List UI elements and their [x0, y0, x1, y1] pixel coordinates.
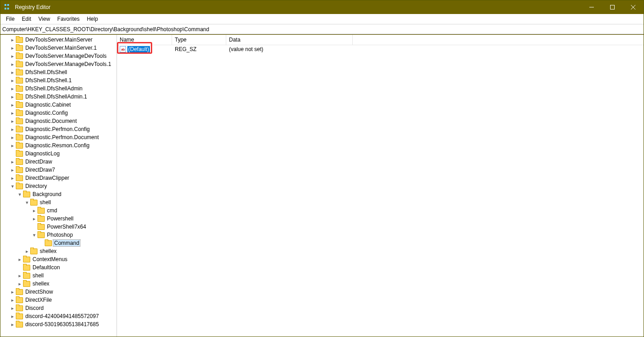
chevron-right-icon[interactable]: ▸	[9, 175, 16, 181]
chevron-right-icon[interactable]: ▸	[9, 102, 16, 108]
value-row[interactable]: ab(Default)REG_SZ(value not set)	[117, 45, 644, 53]
chevron-right-icon[interactable]: ▸	[9, 77, 16, 84]
menu-favorites[interactable]: Favorites	[54, 14, 83, 23]
tree-item[interactable]: ▸DirectDraw	[0, 158, 117, 166]
tree-item[interactable]: ▸DefaultIcon	[0, 263, 117, 271]
folder-icon	[37, 216, 45, 222]
tree-item[interactable]: ▾Directory	[0, 182, 117, 190]
tree-item[interactable]: ▸shellex	[0, 247, 117, 255]
menu-file[interactable]: File	[2, 14, 18, 23]
chevron-right-icon[interactable]: ▸	[31, 207, 37, 214]
chevron-down-icon[interactable]: ▾	[9, 183, 16, 189]
folder-icon	[23, 265, 30, 271]
menu-view[interactable]: View	[35, 14, 54, 23]
chevron-right-icon[interactable]: ▸	[17, 272, 23, 279]
column-header-name[interactable]: Name	[117, 35, 172, 45]
chevron-down-icon[interactable]: ▾	[17, 191, 23, 197]
chevron-right-icon[interactable]: ▸	[9, 313, 16, 319]
tree-item-label: Background	[32, 191, 62, 197]
tree-item[interactable]: ▸DirectXFile	[0, 296, 117, 304]
tree-item[interactable]: ▸DirectDraw7	[0, 166, 117, 174]
menu-edit[interactable]: Edit	[18, 14, 35, 23]
chevron-right-icon[interactable]: ▸	[9, 167, 16, 173]
tree-item[interactable]: ▸DiagnosticLog	[0, 150, 117, 158]
folder-icon	[16, 175, 23, 181]
folder-icon	[16, 143, 23, 149]
chevron-right-icon[interactable]: ▸	[24, 248, 30, 254]
chevron-right-icon[interactable]: ▸	[9, 289, 16, 295]
column-header-type[interactable]: Type	[172, 35, 226, 45]
tree-item[interactable]: ▸Diagnostic.Resmon.Config	[0, 141, 117, 150]
tree-pane[interactable]: ▸DevToolsServer.MainServer▸DevToolsServe…	[0, 35, 117, 337]
folder-icon	[16, 102, 23, 108]
tree-item[interactable]: ▸DevToolsServer.ManageDevTools.1	[0, 60, 117, 68]
tree-item[interactable]: ▾shell	[0, 198, 117, 206]
folder-icon	[16, 151, 23, 157]
chevron-right-icon[interactable]: ▸	[9, 118, 16, 124]
window-title: Registry Editor	[15, 4, 581, 10]
tree-item[interactable]: ▸ContextMenus	[0, 255, 117, 263]
tree-item[interactable]: ▸Discord	[0, 304, 117, 312]
chevron-right-icon[interactable]: ▸	[17, 256, 23, 262]
tree-item-label: Powershell	[46, 215, 75, 222]
tree-item[interactable]: ▸DevToolsServer.MainServer.1	[0, 44, 117, 52]
tree-item[interactable]: ▸Diagnostic.Config	[0, 109, 117, 117]
chevron-right-icon[interactable]: ▸	[9, 61, 16, 67]
close-button[interactable]	[623, 0, 644, 14]
address-bar[interactable]: Computer\HKEY_CLASSES_ROOT\Directory\Bac…	[0, 24, 644, 34]
chevron-right-icon[interactable]: ▸	[9, 94, 16, 100]
chevron-right-icon[interactable]: ▸	[9, 53, 16, 59]
maximize-button[interactable]	[602, 0, 623, 14]
tree-item-label: Diagnostic.Perfmon.Document	[24, 134, 100, 140]
chevron-right-icon[interactable]: ▸	[9, 305, 16, 311]
tree-item[interactable]: ▸discord-424004941485572097	[0, 312, 117, 320]
chevron-down-icon[interactable]: ▾	[31, 232, 37, 238]
tree-item[interactable]: ▸Diagnostic.Perfmon.Config	[0, 125, 117, 133]
values-pane[interactable]: Name Type Data ab(Default)REG_SZ(value n…	[117, 35, 644, 337]
tree-item[interactable]: ▸Diagnostic.Perfmon.Document	[0, 133, 117, 141]
chevron-down-icon[interactable]: ▾	[24, 199, 30, 206]
title-bar[interactable]: Registry Editor	[0, 0, 644, 14]
tree-item[interactable]: ▸DevToolsServer.ManageDevTools	[0, 52, 117, 60]
chevron-right-icon[interactable]: ▸	[17, 281, 23, 287]
chevron-right-icon[interactable]: ▸	[9, 85, 16, 92]
tree-item[interactable]: ▸shell	[0, 271, 117, 280]
tree-scroll[interactable]: ▸DevToolsServer.MainServer▸DevToolsServe…	[0, 35, 117, 337]
tree-item[interactable]: ▸discord-530196305138417685	[0, 320, 117, 328]
chevron-right-icon[interactable]: ▸	[9, 134, 16, 140]
tree-item[interactable]: ▸DfsShell.DfsShellAdmin.1	[0, 93, 117, 101]
chevron-right-icon[interactable]: ▸	[9, 37, 16, 43]
folder-icon	[16, 78, 23, 84]
minimize-button[interactable]	[581, 0, 602, 14]
tree-item[interactable]: ▾Background	[0, 190, 117, 198]
tree-item[interactable]: ▸DfsShell.DfsShell.1	[0, 76, 117, 84]
tree-item[interactable]: ▸DirectShow	[0, 288, 117, 296]
chevron-right-icon[interactable]: ▸	[9, 159, 16, 165]
tree-item[interactable]: ▸DfsShell.DfsShellAdmin	[0, 84, 117, 93]
tree-item[interactable]: ▸DevToolsServer.MainServer	[0, 36, 117, 44]
chevron-right-icon[interactable]: ▸	[9, 297, 16, 303]
tree-item[interactable]: ▸DirectDrawClipper	[0, 174, 117, 182]
tree-item-label: Directory	[24, 183, 48, 189]
chevron-right-icon[interactable]: ▸	[9, 45, 16, 51]
tree-item[interactable]: ▸shellex	[0, 280, 117, 288]
tree-item[interactable]: ▸Powershell	[0, 215, 117, 223]
column-header-data[interactable]: Data	[226, 35, 353, 45]
chevron-right-icon[interactable]: ▸	[31, 215, 37, 222]
tree-item[interactable]: ▸Diagnostic.Document	[0, 117, 117, 125]
tree-item[interactable]: ▸Command	[0, 239, 117, 247]
tree-item-label: Discord	[24, 305, 45, 311]
chevron-right-icon[interactable]: ▸	[9, 69, 16, 75]
folder-icon	[45, 240, 52, 246]
chevron-right-icon[interactable]: ▸	[9, 321, 16, 328]
chevron-right-icon[interactable]: ▸	[9, 110, 16, 116]
folder-icon	[16, 110, 23, 116]
chevron-right-icon[interactable]: ▸	[9, 142, 16, 149]
tree-item[interactable]: ▸Diagnostic.Cabinet	[0, 101, 117, 109]
tree-item[interactable]: ▸cmd	[0, 206, 117, 215]
tree-item[interactable]: ▸DfsShell.DfsShell	[0, 68, 117, 76]
chevron-right-icon[interactable]: ▸	[9, 126, 16, 132]
tree-item[interactable]: ▾Photoshop	[0, 231, 117, 239]
menu-help[interactable]: Help	[83, 14, 102, 23]
tree-item[interactable]: ▸PowerShell7x64	[0, 223, 117, 231]
